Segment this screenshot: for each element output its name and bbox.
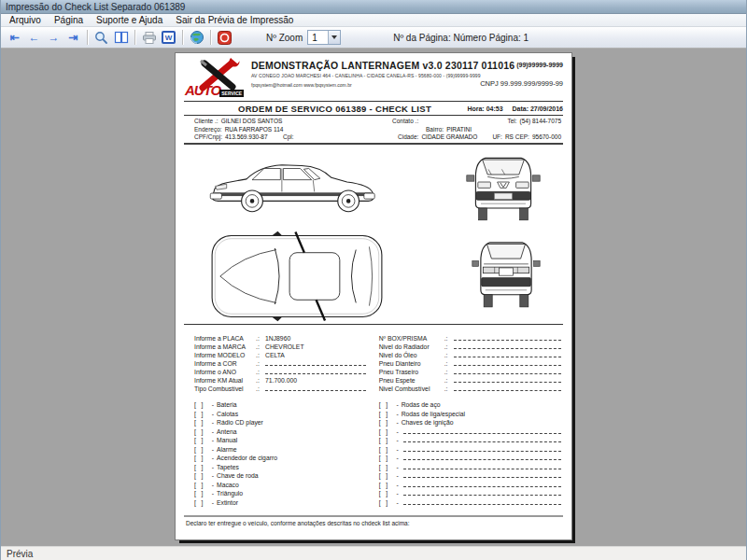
next-page-button[interactable]: →: [44, 29, 63, 46]
cidade-label: Cidade:: [398, 133, 418, 140]
pages-icon: [114, 31, 129, 44]
vehicle-form: Informe a PLACA .: 1NJ8960 Informe a MAR…: [184, 333, 563, 392]
field-label: Nº BOX/PRISMA: [379, 335, 444, 342]
field-separator: .:: [256, 385, 265, 392]
checkbox-glyph: [ ]: [194, 437, 209, 443]
close-preview-button[interactable]: [215, 29, 234, 46]
field-blank-line: [454, 340, 561, 341]
checklist-dash: -: [394, 490, 402, 497]
vehicle-diagrams: [184, 147, 563, 323]
menu-suporte-e-ajuda[interactable]: Suporte e Ajuda: [90, 14, 169, 27]
field-value: 1NJ8960: [265, 335, 290, 342]
field-label: Nivel do Óleo: [379, 352, 444, 358]
form-field-row: Informe a MARCA .: CHEVROLET: [194, 342, 368, 350]
form-field-row: Nº BOX/PRISMA .:: [379, 333, 563, 342]
print-button[interactable]: [139, 29, 159, 46]
document-header: AUTOSERVICE DEMONSTRAÇÃO LANTERNAGEM v3.…: [184, 58, 563, 100]
checklist-dash: -: [394, 464, 402, 470]
checkbox-glyph: [ ]: [194, 428, 209, 435]
next-page-icon: →: [49, 32, 60, 43]
checklist-dash: -: [394, 446, 402, 453]
stop-icon: [218, 31, 232, 45]
last-page-icon: ⇥: [68, 32, 78, 43]
checklist-row: [ ] -: [379, 453, 563, 462]
checklist-blank-line: [403, 441, 561, 442]
toolbar-separator: [134, 30, 135, 45]
menu-arquivo[interactable]: Arquivo: [3, 14, 48, 27]
first-page-button[interactable]: ⇤: [5, 29, 24, 46]
menu-sair-da-previa[interactable]: Sair da Prévia de Impressão: [169, 14, 300, 27]
field-blank-line: [265, 390, 366, 391]
field-blank-line: [454, 390, 561, 391]
export-word-button[interactable]: W: [159, 29, 178, 46]
magnifier-icon: [94, 31, 108, 45]
zoom-label: Nº Zoom: [266, 33, 303, 43]
checklist-blank-line: [403, 451, 561, 452]
order-header: ORDEM DE SERVICO 061389 - CHECK LIST Hor…: [184, 103, 563, 114]
checkbox-glyph: [ ]: [379, 455, 394, 461]
form-field-row: Pneu Espete .:: [379, 375, 563, 384]
checklist-dash: -: [394, 499, 402, 506]
checklist-dash: -: [209, 401, 217, 408]
checklist-blank-line: [403, 469, 561, 469]
checklist-dash: -: [394, 411, 402, 417]
web-export-button[interactable]: [187, 29, 206, 46]
checklist-label: Chave de roda: [217, 472, 259, 479]
dropdown-arrow-icon[interactable]: [328, 31, 340, 44]
checkbox-glyph: [ ]: [194, 446, 209, 453]
cpf-value: 413.569.930-87: [225, 133, 268, 140]
tel-value: (54) 8144-7075: [520, 118, 561, 124]
cpf-label: CPF/Cnpj:: [194, 133, 222, 140]
previous-page-button[interactable]: ←: [24, 29, 44, 46]
checkbox-glyph: [ ]: [194, 419, 209, 426]
field-label: Informe a COR: [194, 360, 256, 367]
checklist-row: [ ] - Rodas de liga/especial: [379, 408, 563, 417]
uf-label: UF:: [492, 133, 501, 140]
company-phone: (99)99999-9999: [516, 60, 563, 68]
checkbox-glyph: [ ]: [379, 490, 394, 497]
uf-value: RS: [505, 133, 514, 140]
field-separator: .:: [256, 360, 265, 367]
checklist-blank-line: [403, 504, 561, 505]
checklist-row: [ ] -: [379, 443, 563, 453]
field-separator: .:: [256, 343, 265, 350]
checklist-label: Alarme: [217, 446, 237, 453]
checkbox-glyph: [ ]: [194, 411, 209, 417]
checklist-blank-line: [403, 477, 561, 478]
two-page-view-button[interactable]: [111, 29, 131, 46]
field-value: 71.700.000: [265, 377, 297, 384]
field-label: Pneu Dianteiro: [379, 360, 444, 367]
field-label: Tipo Combustível: [194, 385, 256, 392]
form-field-row: Nivel Combustível .:: [379, 384, 563, 392]
checklist-blank-line: [403, 433, 561, 434]
first-page-icon: ⇤: [9, 32, 19, 43]
last-page-button[interactable]: ⇥: [63, 29, 83, 46]
form-field-row: Nivel do Óleo .:: [379, 350, 563, 358]
app-window: Impressão do Check List Separado 061389 …: [0, 0, 747, 560]
form-field-row: Informe a COR .:: [194, 358, 368, 367]
bairro-label: Bairro:: [426, 126, 444, 133]
zoom-level-select[interactable]: 1: [307, 30, 341, 45]
checkbox-glyph: [ ]: [194, 455, 209, 461]
checklist-row: [ ] - Rádio CD player: [194, 417, 368, 427]
order-title: ORDEM DE SERVICO 061389 - CHECK LIST: [184, 104, 431, 114]
status-bar: Prévia: [1, 546, 746, 560]
order-date: Data: 27/09/2016: [513, 105, 563, 112]
checklist-dash: -: [394, 428, 402, 435]
field-blank-line: [454, 382, 561, 383]
checklist-dash: -: [209, 490, 217, 497]
checkbox-glyph: [ ]: [379, 446, 394, 453]
checklist-row: [ ] - Calotas: [194, 408, 368, 417]
divider: [184, 101, 563, 102]
menu-pagina[interactable]: Página: [48, 14, 90, 27]
field-value: CHEVROLET: [265, 343, 304, 350]
form-field-row: Informe o ANO .:: [194, 367, 368, 375]
company-email-site: fpqsystem@hotmail.com www.fpqsystem.com.…: [251, 82, 352, 88]
form-field-row: Informe a PLACA .: 1NJ8960: [194, 333, 368, 342]
car-side-view-image: [208, 152, 378, 226]
checklist-dash: -: [209, 437, 217, 443]
zoom-button[interactable]: [92, 29, 111, 46]
checklist-dash: -: [209, 411, 217, 417]
field-label: Pneu Espete: [379, 377, 444, 384]
checklist-row: [ ] - Rodas de aço: [379, 399, 563, 409]
